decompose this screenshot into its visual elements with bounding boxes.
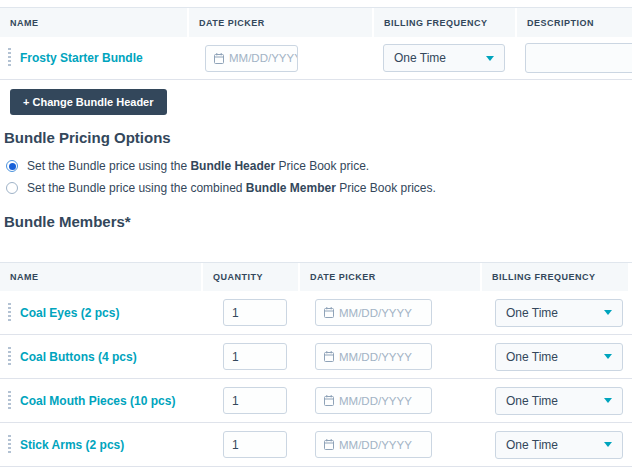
table-row: Coal Eyes (2 pcs) One Time — [0, 291, 632, 335]
name-cell: Coal Buttons (4 pcs) — [0, 335, 201, 378]
date-picker-field[interactable] — [315, 299, 432, 326]
calendar-icon — [324, 395, 334, 406]
billing-cell: One Time — [480, 291, 628, 334]
radio-option-bundle-member-prices[interactable]: Set the Bundle price using the combined … — [6, 181, 632, 195]
date-cell — [298, 379, 480, 422]
date-cell — [298, 423, 480, 466]
calendar-icon — [324, 307, 334, 318]
billing-frequency-value: One Time — [394, 51, 446, 65]
quantity-cell — [201, 423, 298, 466]
description-input[interactable] — [525, 43, 632, 73]
column-header-date-picker: DATE PICKER — [298, 263, 480, 291]
radio-option-bundle-header-price[interactable]: Set the Bundle price using the Bundle He… — [6, 159, 632, 173]
bundle-header-table-head: NAME DATE PICKER BILLING FREQUENCY DESCR… — [0, 8, 632, 37]
name-cell: Stick Arms (2 pcs) — [0, 423, 201, 466]
billing-frequency-value: One Time — [506, 350, 558, 364]
billing-frequency-value: One Time — [506, 306, 558, 320]
drag-handle-icon[interactable] — [8, 347, 11, 367]
bundle-members-table: NAME QUANTITY DATE PICKER BILLING FREQUE… — [0, 262, 632, 467]
member-name-link[interactable]: Coal Mouth Pieces (10 pcs) — [20, 394, 175, 408]
label-bold-text: Bundle Header — [190, 159, 275, 173]
billing-frequency-select[interactable]: One Time — [383, 44, 505, 72]
quantity-cell — [201, 335, 298, 378]
billing-frequency-select[interactable]: One Time — [495, 387, 623, 415]
bundle-members-title: Bundle Members* — [4, 213, 632, 230]
drag-handle-icon[interactable] — [8, 48, 11, 68]
table-row: Coal Mouth Pieces (10 pcs) One Time — [0, 379, 632, 423]
date-picker-input[interactable] — [339, 307, 431, 319]
quantity-cell — [201, 291, 298, 334]
name-cell: Coal Eyes (2 pcs) — [0, 291, 201, 334]
drag-handle-icon[interactable] — [8, 303, 11, 323]
calendar-icon — [324, 351, 334, 362]
member-name-link[interactable]: Stick Arms (2 pcs) — [20, 438, 124, 452]
column-header-name: NAME — [0, 8, 187, 37]
date-picker-field[interactable] — [315, 343, 432, 370]
quantity-input[interactable] — [223, 387, 287, 414]
label-text: Price Book price. — [275, 159, 369, 173]
billing-frequency-value: One Time — [506, 438, 558, 452]
label-text: Set the Bundle price using the combined — [27, 181, 246, 195]
drag-handle-icon[interactable] — [8, 435, 11, 455]
name-cell: Coal Mouth Pieces (10 pcs) — [0, 379, 201, 422]
label-text: Set the Bundle price using the — [27, 159, 190, 173]
pricing-options-radio-group: Set the Bundle price using the Bundle He… — [6, 159, 632, 195]
column-header-billing-frequency: BILLING FREQUENCY — [372, 8, 515, 37]
chevron-down-icon — [604, 310, 612, 315]
table-row: Frosty Starter Bundle One Time — [0, 37, 632, 80]
billing-frequency-select[interactable]: One Time — [495, 343, 623, 371]
column-header-date-picker: DATE PICKER — [187, 8, 372, 37]
chevron-down-icon — [604, 354, 612, 359]
quantity-cell — [201, 379, 298, 422]
radio-unselected-icon[interactable] — [6, 182, 18, 194]
date-picker-field[interactable] — [315, 431, 432, 458]
table-row: Coal Buttons (4 pcs) One Time — [0, 335, 632, 379]
column-header-description: DESCRIPTION — [515, 8, 632, 37]
bundle-members-table-head: NAME QUANTITY DATE PICKER BILLING FREQUE… — [0, 263, 632, 291]
date-picker-field[interactable] — [205, 45, 298, 72]
billing-frequency-value: One Time — [506, 394, 558, 408]
bundle-header-table: NAME DATE PICKER BILLING FREQUENCY DESCR… — [0, 7, 632, 80]
date-cell — [298, 335, 480, 378]
date-picker-field[interactable] — [315, 387, 432, 414]
date-cell — [187, 37, 372, 79]
member-name-link[interactable]: Coal Eyes (2 pcs) — [20, 306, 119, 320]
calendar-icon — [214, 53, 224, 64]
quantity-input[interactable] — [223, 431, 287, 458]
name-cell: Frosty Starter Bundle — [0, 37, 187, 79]
billing-cell: One Time — [372, 37, 515, 79]
radio-option-label: Set the Bundle price using the Bundle He… — [27, 159, 369, 173]
label-text: Price Book prices. — [336, 181, 436, 195]
bundle-editor-page: NAME DATE PICKER BILLING FREQUENCY DESCR… — [0, 0, 632, 467]
quantity-input[interactable] — [223, 299, 287, 326]
date-picker-input[interactable] — [229, 52, 297, 64]
chevron-down-icon — [604, 442, 612, 447]
calendar-icon — [324, 439, 334, 450]
quantity-input[interactable] — [223, 343, 287, 370]
column-header-billing-frequency: BILLING FREQUENCY — [480, 263, 628, 291]
drag-handle-icon[interactable] — [8, 391, 11, 411]
date-picker-input[interactable] — [339, 351, 431, 363]
billing-frequency-select[interactable]: One Time — [495, 431, 623, 459]
label-bold-text: Bundle Member — [246, 181, 336, 195]
description-cell — [515, 37, 632, 79]
member-name-link[interactable]: Coal Buttons (4 pcs) — [20, 350, 137, 364]
change-bundle-header-button[interactable]: + Change Bundle Header — [10, 89, 167, 115]
radio-option-label: Set the Bundle price using the combined … — [27, 181, 436, 195]
chevron-down-icon — [486, 56, 494, 61]
date-picker-input[interactable] — [339, 395, 431, 407]
table-row: Stick Arms (2 pcs) One Time — [0, 423, 632, 467]
date-cell — [298, 291, 480, 334]
billing-cell: One Time — [480, 379, 628, 422]
date-picker-input[interactable] — [339, 439, 431, 451]
bundle-header-name-link[interactable]: Frosty Starter Bundle — [20, 51, 143, 65]
radio-selected-icon[interactable] — [6, 160, 18, 172]
billing-cell: One Time — [480, 335, 628, 378]
billing-cell: One Time — [480, 423, 628, 466]
column-header-quantity: QUANTITY — [201, 263, 298, 291]
table-head-spacer — [628, 263, 632, 291]
bundle-pricing-options-title: Bundle Pricing Options — [4, 129, 632, 146]
billing-frequency-select[interactable]: One Time — [495, 299, 623, 327]
column-header-name: NAME — [0, 263, 201, 291]
chevron-down-icon — [604, 398, 612, 403]
